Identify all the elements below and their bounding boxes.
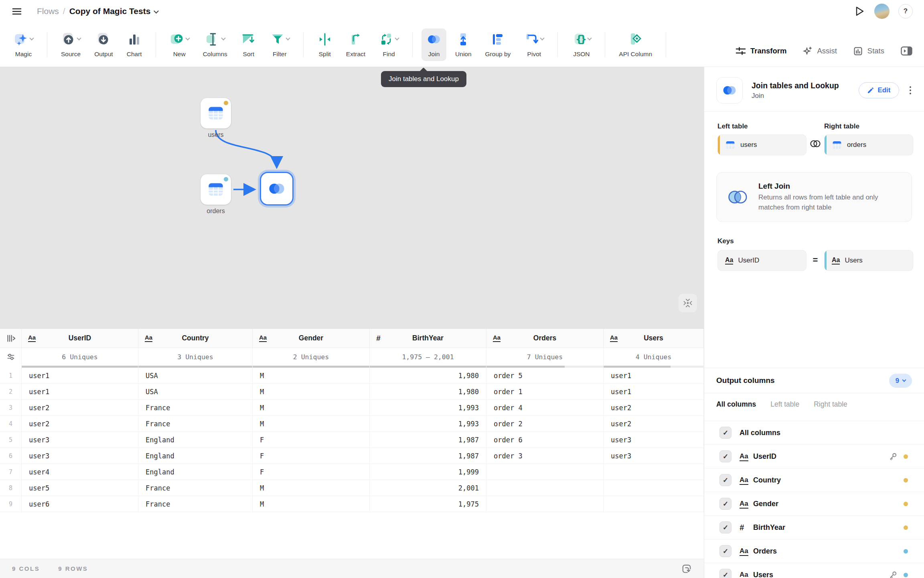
transform-button[interactable]: Transform	[736, 46, 786, 56]
table-cell[interactable]: 1,980	[370, 368, 486, 383]
table-cell[interactable]	[604, 464, 704, 480]
open-external-icon[interactable]	[681, 564, 692, 574]
toolbar-item-union[interactable]: Union	[450, 28, 476, 61]
table-cell[interactable]	[486, 496, 604, 512]
chevron-down-icon[interactable]	[286, 36, 290, 40]
output-column-row[interactable]: ✓ Aa UserID	[704, 445, 924, 468]
table-cell[interactable]: user1	[604, 384, 704, 399]
table-cell[interactable]: USA	[138, 384, 253, 399]
output-count-dropdown[interactable]: 9	[889, 374, 912, 388]
toolbar-item-new[interactable]: New	[165, 28, 194, 61]
output-column-row[interactable]: ✓ All columns	[704, 421, 924, 445]
tab-right-table[interactable]: Right table	[814, 400, 847, 409]
toolbar-item-magic[interactable]: Magic	[9, 28, 38, 61]
table-row[interactable]: 5user3EnglandF1,987order 6user3	[0, 432, 704, 448]
table-cell[interactable]: order 5	[486, 368, 604, 383]
chevron-down-icon[interactable]	[29, 36, 34, 40]
table-cell[interactable]: user3	[604, 432, 704, 448]
panel-toggle-icon[interactable]	[900, 46, 913, 56]
table-cell[interactable]: order 6	[486, 432, 604, 448]
output-column-row[interactable]: ✓ Aa Country	[704, 468, 924, 492]
table-cell[interactable]: France	[138, 496, 253, 512]
checkbox[interactable]: ✓	[719, 521, 732, 533]
right-table-field[interactable]: orders	[824, 134, 913, 155]
left-key-field[interactable]: Aa UserID	[717, 250, 806, 271]
chevron-down-icon[interactable]	[588, 36, 592, 40]
table-cell[interactable]: M	[253, 400, 370, 415]
table-cell[interactable]: user5	[22, 480, 138, 496]
table-row[interactable]: 7user4EnglandF1,999	[0, 464, 704, 480]
table-cell[interactable]: user2	[22, 416, 138, 431]
column-header[interactable]: Aa Country	[138, 329, 253, 348]
table-cell[interactable]: M	[253, 480, 370, 496]
toolbar-item-sort[interactable]: Sort	[236, 28, 261, 61]
table-cell[interactable]: user2	[22, 400, 138, 415]
table-cell[interactable]: 1,993	[370, 400, 486, 415]
table-cell[interactable]	[486, 464, 604, 480]
table-row[interactable]: 8user5FranceM2,001	[0, 480, 704, 496]
chevron-down-icon[interactable]	[154, 8, 159, 14]
chevron-down-icon[interactable]	[185, 36, 190, 40]
table-cell[interactable]: 1,993	[370, 416, 486, 431]
output-column-row[interactable]: ✓ Aa Gender	[704, 492, 924, 516]
output-column-row[interactable]: ✓ # BirthYear	[704, 516, 924, 539]
flow-canvas[interactable]: users orders	[0, 67, 704, 328]
stats-settings[interactable]	[0, 348, 22, 366]
table-cell[interactable]: user1	[604, 368, 704, 383]
table-row[interactable]: 4user2FranceM1,993order 2user2	[0, 416, 704, 432]
checkbox[interactable]: ✓	[719, 474, 732, 486]
table-cell[interactable]: USA	[138, 368, 253, 383]
node-users[interactable]	[201, 98, 231, 128]
page-title[interactable]: Copy of Magic Tests	[69, 6, 151, 16]
table-row[interactable]: 1user1USAM1,980order 5user1	[0, 368, 704, 384]
toolbar-item-json[interactable]: { } JSON	[567, 28, 596, 61]
chevron-down-icon[interactable]	[395, 36, 399, 40]
checkbox[interactable]: ✓	[719, 498, 732, 510]
output-column-row[interactable]: ✓ Aa Users	[704, 563, 924, 578]
table-cell[interactable]: M	[253, 368, 370, 383]
table-cell[interactable]: M	[253, 384, 370, 399]
run-play-icon[interactable]	[853, 5, 865, 17]
column-header[interactable]: # BirthYear	[370, 329, 486, 348]
table-cell[interactable]: 1,987	[370, 448, 486, 464]
stats-button[interactable]: Stats	[853, 46, 884, 56]
table-cell[interactable]: 1,980	[370, 384, 486, 399]
chevron-down-icon[interactable]	[77, 36, 81, 40]
table-cell[interactable]: order 2	[486, 416, 604, 431]
fit-view-button[interactable]	[679, 294, 697, 312]
column-header[interactable]: Aa Orders	[486, 329, 604, 348]
table-cell[interactable]	[604, 480, 704, 496]
column-header[interactable]: Aa UserID	[22, 329, 138, 348]
table-cell[interactable]: 1,975	[370, 496, 486, 512]
table-cell[interactable]: user2	[604, 400, 704, 415]
output-column-row[interactable]: ✓ Aa Orders	[704, 539, 924, 563]
table-cell[interactable]: France	[138, 416, 253, 431]
node-join-selected[interactable]	[260, 172, 294, 206]
table-cell[interactable]: F	[253, 432, 370, 448]
node-orders[interactable]	[201, 174, 231, 205]
tab-left-table[interactable]: Left table	[770, 400, 799, 409]
table-row[interactable]: 9user6FranceM1,975	[0, 496, 704, 512]
toolbar-item-pivot[interactable]: Pivot	[519, 28, 549, 61]
table-cell[interactable]: user2	[604, 416, 704, 431]
breadcrumb-root[interactable]: Flows	[37, 6, 59, 16]
edit-button[interactable]: Edit	[859, 82, 899, 98]
table-cell[interactable]: user3	[22, 432, 138, 448]
table-cell[interactable]: order 4	[486, 400, 604, 415]
toolbar-item-filter[interactable]: Filter	[265, 28, 294, 61]
table-cell[interactable]: user3	[22, 448, 138, 464]
grid-corner[interactable]	[0, 329, 22, 348]
table-cell[interactable]: 1,999	[370, 464, 486, 480]
breadcrumb[interactable]: Flows / Copy of Magic Tests	[37, 6, 158, 16]
right-key-field[interactable]: Aa Users	[824, 250, 913, 271]
table-cell[interactable]: M	[253, 416, 370, 431]
tab-all-columns[interactable]: All columns	[716, 400, 756, 409]
table-cell[interactable]: France	[138, 480, 253, 496]
chevron-down-icon[interactable]	[540, 36, 545, 40]
table-cell[interactable]	[604, 496, 704, 512]
join-type-card[interactable]: Left Join Returns all rows from left tab…	[716, 172, 912, 222]
chevron-down-icon[interactable]	[221, 36, 225, 40]
table-cell[interactable]: user6	[22, 496, 138, 512]
toolbar-item-find[interactable]: Find	[374, 28, 403, 61]
toolbar-item-extract[interactable]: Extract	[341, 28, 370, 61]
